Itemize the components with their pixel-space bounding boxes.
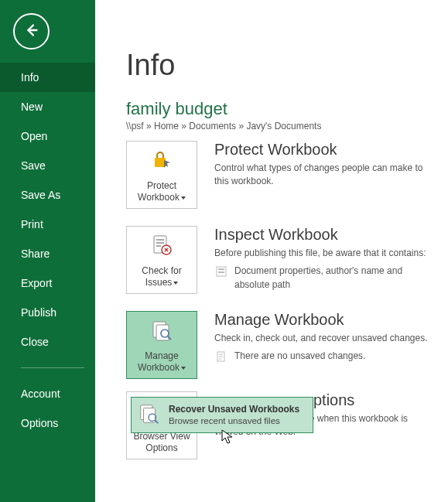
back-button[interactable]: [13, 13, 50, 50]
sidebar-item-label: Open: [21, 130, 47, 142]
sidebar-item-label: Save As: [21, 189, 60, 201]
sidebar-item-options[interactable]: Options: [0, 408, 95, 438]
inspect-workbook-section: Check for Issues Inspect Workbook Before…: [126, 226, 437, 294]
popup-title: Recover Unsaved Workbooks: [169, 403, 299, 415]
protect-workbook-body: Protect Workbook Control what types of c…: [214, 141, 437, 193]
sidebar-item-label: Info: [21, 71, 39, 84]
sidebar-main-items: Info New Open Save Save As Print Share E…: [0, 63, 95, 357]
svg-rect-4: [218, 268, 224, 270]
popup-text: Recover Unsaved Workbooks Browse recent …: [169, 403, 299, 428]
sidebar-footer-items: Account Options: [0, 379, 95, 438]
check-for-issues-button[interactable]: Check for Issues: [126, 226, 197, 294]
sidebar-item-save[interactable]: Save: [0, 151, 95, 180]
inspect-bullet: Document properties, author's name and a…: [214, 265, 437, 292]
status-text: There are no unsaved changes.: [234, 350, 365, 363]
sidebar-item-publish[interactable]: Publish: [0, 298, 95, 327]
sidebar-item-label: Account: [21, 388, 60, 400]
recover-unsaved-workbooks-item[interactable]: Recover Unsaved Workbooks Browse recent …: [131, 397, 313, 433]
sidebar-item-open[interactable]: Open: [0, 121, 95, 151]
inspect-icon: [149, 233, 174, 261]
backstage-view: family budget [Last saved by user] - Exc…: [0, 0, 448, 502]
page-title: Info: [126, 49, 437, 82]
sidebar-item-label: Print: [21, 218, 43, 231]
protect-workbook-button[interactable]: Protect Workbook: [126, 141, 197, 209]
sidebar-divider: [21, 367, 84, 368]
chevron-down-icon: [181, 196, 186, 200]
sidebar-item-label: Close: [21, 336, 49, 348]
sidebar-item-label: Share: [21, 248, 50, 260]
button-label: Manage Workbook: [130, 350, 193, 374]
cursor-icon: [221, 429, 233, 444]
sidebar-item-new[interactable]: New: [0, 92, 95, 121]
recover-workbooks-icon: [138, 402, 161, 428]
sidebar-item-save-as[interactable]: Save As: [0, 180, 95, 210]
document-title: family budget: [126, 99, 437, 119]
button-label: Browser View Options: [130, 431, 193, 454]
sidebar-item-label: New: [21, 101, 43, 113]
bullet-text: Document properties, author's name and a…: [234, 265, 437, 292]
sidebar-item-account[interactable]: Account: [0, 379, 95, 408]
sidebar-item-print[interactable]: Print: [0, 210, 95, 239]
protect-workbook-section: Protect Workbook Protect Workbook Contro…: [126, 141, 437, 209]
arrow-left-icon: [23, 22, 40, 41]
sidebar-item-label: Publish: [21, 306, 56, 319]
svg-rect-7: [156, 325, 169, 340]
sidebar-item-label: Save: [21, 159, 46, 172]
section-heading: Protect Workbook: [214, 141, 437, 159]
document-icon: [216, 351, 227, 362]
sidebar-item-share[interactable]: Share: [0, 239, 95, 268]
button-label: Protect Workbook: [130, 180, 193, 203]
manage-workbook-button[interactable]: Manage Workbook: [126, 311, 197, 379]
manage-workbook-section: Manage Workbook Manage Workbook Check in…: [126, 311, 437, 379]
sidebar-item-export[interactable]: Export: [0, 268, 95, 298]
sidebar-item-label: Options: [21, 417, 58, 429]
sidebar: Info New Open Save Save As Print Share E…: [0, 0, 95, 502]
section-description: Control what types of changes people can…: [214, 162, 437, 189]
manage-workbook-body: Manage Workbook Check in, check out, and…: [214, 311, 437, 364]
popup-description: Browse recent unsaved files: [169, 415, 299, 428]
manage-workbook-icon: [149, 318, 174, 346]
svg-rect-0: [155, 158, 166, 167]
manage-status-row: There are no unsaved changes.: [214, 350, 437, 363]
sidebar-item-info[interactable]: Info: [0, 63, 95, 92]
lock-shield-icon: [149, 148, 174, 176]
svg-rect-5: [218, 271, 224, 273]
breadcrumb: \\psf » Home » Documents » Javy's Docume…: [126, 121, 437, 131]
inspect-workbook-body: Inspect Workbook Before publishing this …: [214, 226, 437, 292]
sidebar-item-label: Export: [21, 277, 52, 289]
section-heading: Manage Workbook: [214, 311, 437, 329]
chevron-down-icon: [181, 367, 186, 370]
chevron-down-icon: [173, 282, 178, 285]
section-heading: Inspect Workbook: [214, 226, 437, 244]
section-description: Check in, check out, and recover unsaved…: [214, 332, 437, 345]
sidebar-item-close[interactable]: Close: [0, 327, 95, 357]
bullet-icon: [216, 266, 227, 277]
button-label: Check for Issues: [130, 265, 193, 289]
section-description: Before publishing this file, be aware th…: [214, 247, 437, 260]
